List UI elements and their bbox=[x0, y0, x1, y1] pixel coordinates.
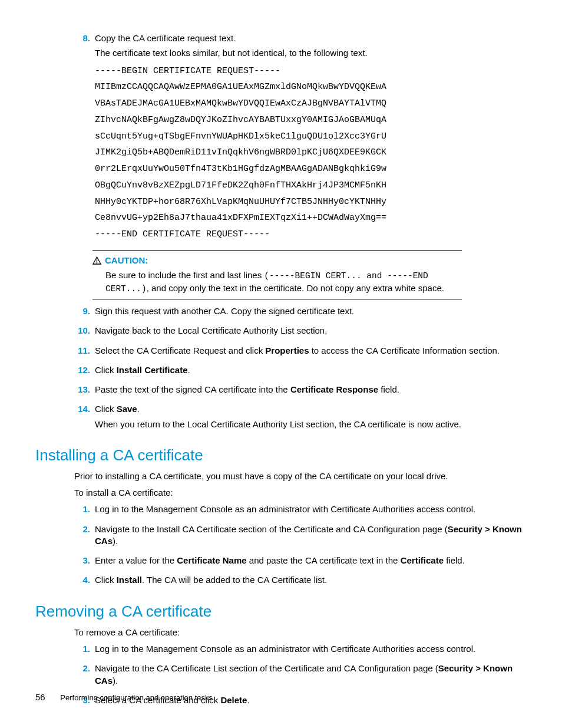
step-number: 3. bbox=[74, 555, 90, 566]
list-step: 1.Log in to the Management Console as an… bbox=[74, 503, 527, 518]
step-body: Navigate back to the Local Certificate A… bbox=[95, 325, 527, 340]
caution-body: Be sure to include the first and last li… bbox=[105, 269, 462, 295]
step-body: Paste the text of the signed CA certific… bbox=[95, 384, 527, 398]
step-text: Sign this request with another CA. Copy … bbox=[95, 305, 527, 317]
step-number: 2. bbox=[74, 663, 90, 674]
caution-code: and bbox=[362, 271, 388, 281]
bold-term: Certificate Name bbox=[177, 555, 246, 565]
step-number: 1. bbox=[74, 643, 90, 655]
bold-term: Install bbox=[117, 575, 142, 585]
list-step: 14.Click Save.When you return to the Loc… bbox=[74, 403, 527, 433]
caution-text: Be sure to include the first and last li… bbox=[105, 270, 264, 280]
bold-term: Certificate Response bbox=[290, 384, 378, 394]
page: 8. Copy the CA certificate request text.… bbox=[0, 0, 562, 728]
step-number: 2. bbox=[74, 523, 90, 535]
list-step: 13.Paste the text of the signed CA certi… bbox=[74, 384, 527, 398]
list-step: 11.Select the CA Certificate Request and… bbox=[74, 345, 527, 360]
list-step: 9.Sign this request with another CA. Cop… bbox=[74, 305, 527, 320]
step-body: Sign this request with another CA. Copy … bbox=[95, 305, 527, 320]
page-footer: 56 Performing configuration and operatio… bbox=[35, 691, 213, 703]
step-body: Log in to the Management Console as an a… bbox=[95, 503, 527, 518]
caution-header-row: CAUTION: bbox=[92, 255, 462, 268]
step-body: Log in to the Management Console as an a… bbox=[95, 643, 527, 658]
step-text: Enter a value for the Certificate Name a… bbox=[95, 555, 527, 566]
step-8-line2: The certificate text looks similar, but … bbox=[95, 47, 527, 59]
list-step: 10.Navigate back to the Local Certificat… bbox=[74, 325, 527, 340]
remove-intro: To remove a CA certificate: bbox=[74, 627, 527, 638]
step-body: Enter a value for the Certificate Name a… bbox=[95, 555, 527, 569]
step-text: Select the CA Certificate Request and cl… bbox=[95, 345, 527, 357]
install-intro-line2: To install a CA certificate: bbox=[74, 487, 527, 499]
step-text: Click Install Certificate. bbox=[95, 364, 527, 376]
step-number: 9. bbox=[74, 305, 90, 317]
step-text: Log in to the Management Console as an a… bbox=[95, 503, 527, 515]
step-number: 13. bbox=[74, 384, 90, 396]
step-text: Navigate to the Install CA Certificate s… bbox=[95, 523, 527, 548]
step-number: 11. bbox=[74, 345, 90, 357]
svg-point-1 bbox=[97, 262, 98, 263]
list-step-8: 8. Copy the CA certificate request text.… bbox=[74, 32, 527, 245]
chapter-title: Performing configuration and operation t… bbox=[60, 693, 213, 702]
bold-term: Certificate bbox=[401, 555, 444, 565]
bold-term: Properties bbox=[265, 345, 309, 355]
step-text: Click Install. The CA will be added to t… bbox=[95, 574, 527, 586]
step-number: 1. bbox=[74, 503, 90, 515]
step-number: 14. bbox=[74, 403, 90, 415]
step-body: Click Install. The CA will be added to t… bbox=[95, 574, 527, 589]
caution-code: -----END bbox=[387, 271, 428, 281]
heading-removing-ca: Removing a CA certificate bbox=[35, 601, 527, 622]
step-body: Select the CA Certificate Request and cl… bbox=[95, 345, 527, 360]
step-body: Navigate to the Install CA Certificate s… bbox=[95, 523, 527, 551]
bold-term: Install Certificate bbox=[117, 365, 188, 375]
page-number: 56 bbox=[35, 692, 45, 702]
step-text: Click Save. bbox=[95, 403, 527, 415]
caution-admonition: CAUTION: Be sure to include the first an… bbox=[92, 250, 462, 299]
caution-label: CAUTION: bbox=[105, 255, 148, 266]
step-body: Copy the CA certificate request text. Th… bbox=[95, 32, 527, 245]
step-number: 8. bbox=[74, 32, 90, 44]
step-8-line1: Copy the CA certificate request text. bbox=[95, 32, 527, 44]
certificate-request-code-block: -----BEGIN CERTIFICATE REQUEST----- MIIB… bbox=[95, 63, 527, 243]
remove-intro-line: To remove a CA certificate: bbox=[74, 627, 527, 638]
list-step: 2.Navigate to the Install CA Certificate… bbox=[74, 523, 527, 551]
bold-term: Security > Known CAs bbox=[95, 524, 522, 546]
bold-term: Delete bbox=[220, 695, 247, 705]
step-body: Navigate to the CA Certificate List sect… bbox=[95, 663, 527, 690]
heading-installing-ca: Installing a CA certificate bbox=[35, 445, 527, 466]
step-number: 10. bbox=[74, 325, 90, 337]
install-intro-line1: Prior to installing a CA certificate, yo… bbox=[74, 470, 527, 482]
bold-term: Security > Known CAs bbox=[95, 663, 513, 685]
step-number: 4. bbox=[74, 574, 90, 586]
list-step: 12.Click Install Certificate. bbox=[74, 364, 527, 379]
step-text: When you return to the Local Certificate… bbox=[95, 419, 527, 430]
bold-term: Save bbox=[117, 404, 137, 414]
caution-text: , and copy only the text in the certific… bbox=[147, 283, 444, 293]
caution-code: CERT...) bbox=[105, 284, 147, 294]
install-intro: Prior to installing a CA certificate, yo… bbox=[74, 470, 527, 499]
list-step: 3.Enter a value for the Certificate Name… bbox=[74, 555, 527, 569]
step-text: Log in to the Management Console as an a… bbox=[95, 643, 527, 655]
step-number: 12. bbox=[74, 364, 90, 376]
step-text: Paste the text of the signed CA certific… bbox=[95, 384, 527, 396]
list-step: 1.Log in to the Management Console as an… bbox=[74, 643, 527, 658]
steps-9-to-14: 9.Sign this request with another CA. Cop… bbox=[35, 305, 527, 433]
list-step: 4.Click Install. The CA will be added to… bbox=[74, 574, 527, 589]
list-step: 2.Navigate to the CA Certificate List se… bbox=[74, 663, 527, 690]
install-steps-list: 1.Log in to the Management Console as an… bbox=[35, 503, 527, 589]
caution-triangle-icon bbox=[92, 256, 101, 268]
step-text: Navigate to the CA Certificate List sect… bbox=[95, 663, 527, 687]
step-body: Click Save.When you return to the Local … bbox=[95, 403, 527, 433]
step-text: Navigate back to the Local Certificate A… bbox=[95, 325, 527, 337]
caution-code: (-----BEGIN CERT... bbox=[264, 271, 361, 281]
step-body: Click Install Certificate. bbox=[95, 364, 527, 379]
